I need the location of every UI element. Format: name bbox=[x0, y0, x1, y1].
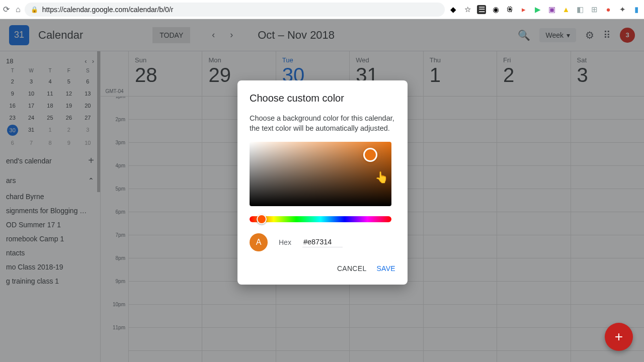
color-preview-chip: A bbox=[250, 233, 268, 251]
save-button[interactable]: SAVE bbox=[376, 264, 395, 273]
saturation-lightness-picker[interactable] bbox=[250, 142, 391, 206]
ext-icon[interactable]: ● bbox=[604, 5, 613, 14]
lock-icon: 🔒 bbox=[31, 6, 38, 13]
create-event-fab[interactable]: + bbox=[605, 323, 633, 351]
hue-slider[interactable] bbox=[250, 216, 391, 222]
ext-icon[interactable]: ▸ bbox=[519, 5, 528, 14]
star-icon[interactable]: ☆ bbox=[463, 5, 472, 14]
ext-icon[interactable]: ◉ bbox=[491, 5, 500, 14]
reload-icon[interactable]: ⟳ bbox=[3, 5, 10, 14]
hex-label: Hex bbox=[279, 238, 291, 246]
extension-icons: ◆ ☆ ☰ ◉ ֍ ▸ ▶ ▣ ▲ ◧ ⊞ ● ✦ ▮ bbox=[449, 5, 641, 14]
hex-input[interactable] bbox=[302, 237, 343, 247]
ext-icon[interactable]: ◆ bbox=[449, 5, 458, 14]
address-bar[interactable]: 🔒 https://calendar.google.com/calendar/b… bbox=[25, 3, 445, 17]
dialog-title: Choose custom color bbox=[250, 93, 395, 104]
ext-icon[interactable]: ֍ bbox=[505, 5, 514, 14]
url-text: https://calendar.google.com/calendar/b/0… bbox=[42, 6, 174, 14]
cancel-button[interactable]: CANCEL bbox=[337, 264, 367, 273]
ext-icon[interactable]: ▶ bbox=[533, 5, 542, 14]
ext-icon[interactable]: ◧ bbox=[576, 5, 585, 14]
dialog-description: Choose a background color for this calen… bbox=[250, 113, 395, 134]
ext-icon[interactable]: ☰ bbox=[477, 5, 486, 14]
hue-thumb[interactable] bbox=[257, 214, 267, 224]
home-icon[interactable]: ⌂ bbox=[16, 5, 21, 14]
ext-icon[interactable]: ✦ bbox=[618, 5, 627, 14]
ext-icon[interactable]: ▣ bbox=[547, 5, 556, 14]
ext-icon[interactable]: ▮ bbox=[632, 5, 641, 14]
plus-icon: + bbox=[615, 329, 623, 345]
ext-icon[interactable]: ⊞ bbox=[590, 5, 599, 14]
ext-icon[interactable]: ▲ bbox=[561, 5, 571, 14]
cursor-pointer-icon: 👆 bbox=[375, 171, 388, 184]
calendar-app: 31 Calendar TODAY ‹ › Oct – Nov 2018 🔍 W… bbox=[0, 19, 644, 362]
sl-thumb[interactable] bbox=[363, 148, 377, 162]
browser-toolbar: ⟳ ⌂ 🔒 https://calendar.google.com/calend… bbox=[0, 0, 644, 19]
